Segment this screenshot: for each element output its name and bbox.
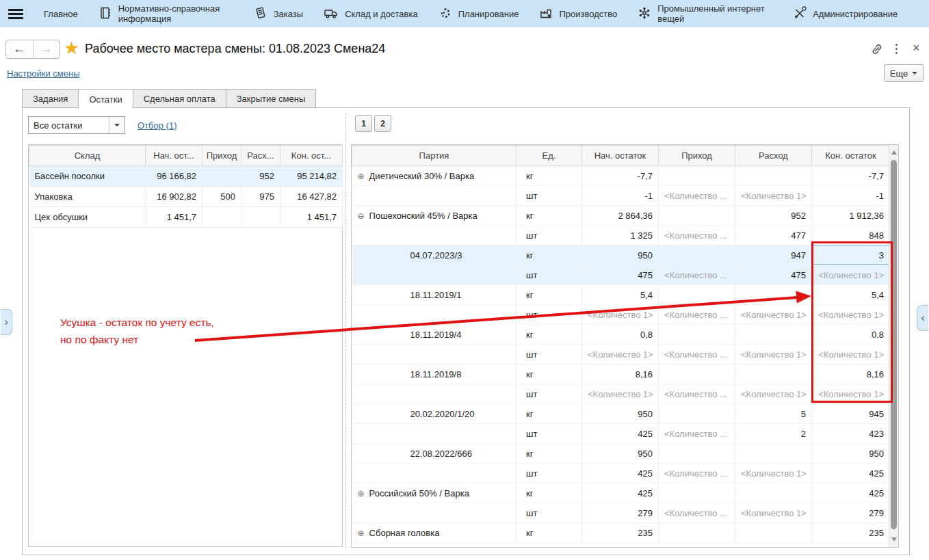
end-cell[interactable]: -1 [812, 186, 890, 206]
end-cell[interactable]: 945 [812, 404, 890, 424]
vertical-scrollbar[interactable] [889, 145, 898, 547]
panel-splitter[interactable] [345, 114, 346, 548]
income-cell[interactable] [659, 245, 735, 265]
favorite-star-icon[interactable]: ★ [64, 38, 79, 59]
start-cell[interactable]: 279 [582, 503, 659, 523]
end-cell[interactable]: <Количество 1> [812, 305, 890, 325]
tab-tasks[interactable]: Задания [22, 89, 78, 108]
column-header[interactable]: Кон. остаток [812, 146, 890, 166]
batch-row[interactable]: ⊕Диетический 30% / Варкакг-7,7-7,7 [352, 166, 890, 186]
income-cell[interactable]: <Количество ... [659, 424, 735, 444]
batch-row[interactable]: 18.11.2019/4кг0,80,8 [352, 325, 890, 345]
column-header[interactable]: Партия [352, 146, 516, 166]
income-cell[interactable]: <Количество ... [659, 503, 735, 523]
column-header[interactable]: Ед. [516, 146, 582, 166]
scroll-down-icon[interactable] [891, 537, 897, 542]
batch-row[interactable]: шт279<Количество ...<Количество 1>279 [352, 503, 890, 523]
batch-row[interactable]: шт475<Количество ...475<Количество 1> [352, 265, 890, 285]
start-cell[interactable]: 425 [582, 483, 659, 503]
start-cell[interactable]: 950 [582, 404, 659, 424]
expense-cell[interactable]: 477 [735, 226, 812, 245]
income-cell[interactable]: <Количество ... [659, 464, 735, 483]
batch-row[interactable]: 04.07.2023/3кг9509473 [352, 245, 890, 265]
back-button[interactable]: ← [6, 40, 34, 58]
tab-remainders[interactable]: Остатки [78, 89, 132, 109]
combo-dropdown-button[interactable] [109, 117, 125, 133]
batch-row[interactable]: ⊕Российский 50% / Варкакг425425 [352, 483, 890, 503]
menu-item-production[interactable]: Производство [539, 6, 617, 22]
end-cell[interactable]: <Количество 1> [812, 265, 890, 285]
start-cell[interactable]: 0,8 [582, 325, 659, 345]
end-cell[interactable]: 1 912,36 [812, 206, 890, 226]
column-header[interactable]: Нач. ост... [146, 146, 202, 166]
batch-row[interactable]: 18.11.2019/1кг5,45,4 [352, 285, 890, 305]
income-cell[interactable]: <Количество ... [659, 265, 735, 285]
column-header[interactable]: Склад [29, 146, 146, 166]
expense-cell[interactable]: 475 [735, 265, 812, 285]
batch-row[interactable]: шт1 325<Количество ...477848 [352, 226, 890, 245]
column-header[interactable]: Приход [202, 146, 241, 166]
expand-plus-icon[interactable]: ⊕ [358, 489, 365, 498]
menu-item-main[interactable]: Главное [44, 9, 78, 19]
scrollbar-thumb[interactable] [891, 160, 897, 529]
income-cell[interactable]: <Количество ... [659, 186, 735, 206]
start-cell[interactable]: 475 [582, 265, 659, 285]
income-cell[interactable] [659, 483, 735, 503]
expense-cell[interactable]: 2 [735, 424, 812, 444]
income-cell[interactable]: <Количество ... [659, 345, 735, 364]
end-cell[interactable]: 0,8 [812, 325, 890, 345]
end-cell[interactable]: 425 [812, 464, 890, 483]
get-link-icon[interactable] [870, 42, 884, 58]
batch-row[interactable]: 20.02.2020/1/20кг9505945 [352, 404, 890, 424]
column-header[interactable]: Приход [659, 146, 735, 166]
warehouse-row[interactable]: Цех обсушки1 451,71 451,7 [29, 207, 343, 228]
end-cell[interactable]: 235 [812, 523, 890, 543]
end-cell[interactable]: 5,4 [812, 285, 890, 305]
expense-cell[interactable] [735, 166, 812, 186]
batch-row[interactable]: шт425<Количество ...2423 [352, 424, 890, 444]
menu-item-warehouse-delivery[interactable]: Склад и доставка [324, 6, 418, 22]
batch-row[interactable]: шт425<Количество ...<Количество 1>425 [352, 464, 890, 483]
end-cell[interactable]: -7,7 [812, 166, 890, 186]
expense-cell[interactable] [735, 285, 812, 305]
tab-shift-closing[interactable]: Закрытие смены [226, 89, 317, 108]
income-cell[interactable]: <Количество ... [659, 384, 735, 404]
start-cell[interactable]: -7,7 [582, 166, 659, 186]
batch-row[interactable]: ⊖Пошехонский 45% / Варкакг2 864,369521 9… [352, 206, 890, 226]
income-cell[interactable]: <Количество ... [659, 305, 735, 325]
start-cell[interactable]: 235 [582, 523, 659, 543]
tab-piecework-pay[interactable]: Сдельная оплата [133, 89, 226, 108]
expense-cell[interactable]: <Количество 1> [735, 384, 812, 404]
batch-row[interactable]: шт<Количество 1><Количество ...<Количест… [352, 345, 890, 364]
end-cell[interactable]: 425 [812, 483, 890, 503]
menu-item-reference-info[interactable]: Нормативно-справочная информация [99, 3, 233, 25]
hamburger-menu-icon[interactable] [8, 9, 23, 19]
income-cell[interactable] [659, 166, 735, 186]
income-cell[interactable]: <Количество ... [659, 226, 735, 245]
end-cell[interactable]: <Количество 1> [812, 345, 890, 364]
start-cell[interactable]: 425 [582, 424, 659, 444]
expense-cell[interactable] [735, 523, 812, 543]
start-cell[interactable]: 950 [582, 245, 659, 265]
batch-row[interactable]: шт<Количество 1><Количество ...<Количест… [352, 305, 890, 325]
menu-item-administration[interactable]: Администрирование [793, 6, 898, 22]
expense-cell[interactable]: 952 [735, 206, 812, 226]
end-cell[interactable]: 3 [812, 245, 890, 265]
expense-cell[interactable]: <Количество 1> [735, 345, 812, 364]
income-cell[interactable] [659, 206, 735, 226]
expense-cell[interactable]: <Количество 1> [735, 464, 812, 483]
end-cell[interactable]: 279 [812, 503, 890, 523]
start-cell[interactable]: 5,4 [582, 285, 659, 305]
start-cell[interactable]: 950 [582, 444, 659, 464]
expense-cell[interactable] [735, 483, 812, 503]
menu-item-orders[interactable]: Заказы [254, 6, 303, 22]
start-cell[interactable]: <Количество 1> [582, 345, 659, 364]
end-cell[interactable]: 423 [812, 424, 890, 444]
more-button[interactable]: Еще [884, 64, 924, 82]
remainders-filter-select[interactable]: Все остатки [28, 116, 125, 134]
start-cell[interactable]: 425 [582, 464, 659, 483]
end-cell[interactable]: 950 [812, 444, 890, 464]
expense-cell[interactable] [735, 325, 812, 345]
scroll-up-icon[interactable] [891, 150, 897, 155]
batch-row[interactable]: шт-1<Количество ...<Количество 1>-1 [352, 186, 890, 206]
